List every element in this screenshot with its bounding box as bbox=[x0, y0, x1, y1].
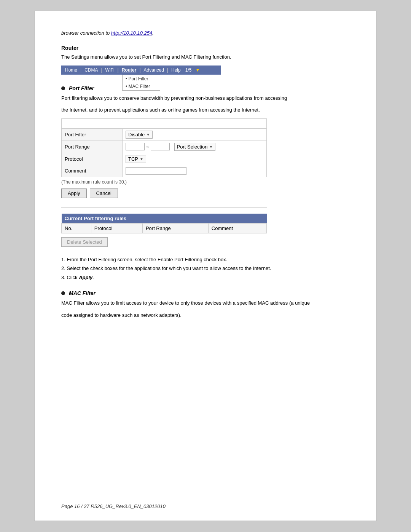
current-port-filtering-table: Current Port filtering rules No. Protoco… bbox=[61, 214, 267, 233]
page-footer: Page 16 / 27 R526_UG_Rev3.0_EN_03012010 bbox=[61, 503, 166, 509]
nav-dropdown-mac-filter[interactable]: • MAC Filter bbox=[123, 83, 160, 90]
chevron-down-icon: ▼ bbox=[209, 145, 213, 149]
nav-item-wifi[interactable]: WiFi bbox=[105, 67, 115, 73]
step-2: 2. Select the check boxes for the applic… bbox=[61, 265, 350, 272]
max-rule-note: (The maximum rule count is 30.) bbox=[61, 179, 350, 185]
step-1: 1. From the Port Filtering screen, selec… bbox=[61, 256, 350, 264]
port-filter-label: Port Filter bbox=[62, 128, 123, 141]
step-1-text: 1. From the Port Filtering screen, selec… bbox=[61, 257, 227, 262]
apply-button[interactable]: Apply bbox=[61, 189, 87, 198]
port-filter-desc-1: Port filtering allows you to conserve ba… bbox=[61, 94, 350, 102]
mac-filter-desc-2: code assigned to hardware such as networ… bbox=[61, 312, 350, 319]
port-selection-label: Port Selection bbox=[177, 144, 208, 150]
router-link[interactable]: http://10.10.10.254 bbox=[111, 30, 152, 36]
range-tilde: ~ bbox=[146, 144, 149, 150]
port-range-to[interactable] bbox=[151, 143, 170, 150]
cpf-columns: No. Protocol Port Range Comment bbox=[62, 223, 267, 233]
intro-after-link: . bbox=[152, 30, 154, 36]
bullet-dot-mac bbox=[61, 291, 65, 295]
port-selection-dropdown[interactable]: Port Selection ▼ bbox=[174, 143, 216, 151]
step-3-apply: Apply bbox=[79, 275, 92, 280]
comment-control bbox=[123, 165, 267, 177]
mac-filter-title: MAC Filter bbox=[69, 290, 96, 296]
divider bbox=[61, 207, 267, 208]
port-filter-value: Disable bbox=[128, 132, 145, 137]
intro-text: browser connection to http://10.10.10.25… bbox=[61, 30, 350, 36]
nav-icon-filter: ▼ bbox=[195, 67, 200, 73]
steps-section: 1. From the Port Filtering screen, selec… bbox=[61, 256, 350, 281]
router-title: Router bbox=[61, 45, 350, 51]
comment-label: Comment bbox=[62, 165, 123, 177]
col-protocol: Protocol bbox=[91, 223, 142, 233]
port-filter-title: Port Filter bbox=[69, 85, 94, 91]
table-row: Port Range ~ Port Selection ▼ bbox=[62, 141, 267, 153]
port-filter-dropdown[interactable]: Disable ▼ bbox=[126, 131, 153, 139]
port-range-label: Port Range bbox=[62, 141, 123, 153]
nav-dropdown-port-filter[interactable]: • Port Filter bbox=[123, 75, 160, 83]
port-filter-section: Port Filter Port filtering allows you to… bbox=[61, 85, 350, 247]
pf-button-row: Apply Cancel bbox=[61, 189, 350, 198]
protocol-control: TCP ▼ bbox=[123, 153, 267, 165]
nav-item-cdma[interactable]: CDMA bbox=[84, 67, 98, 73]
col-comment: Comment bbox=[208, 223, 266, 233]
step-2-text: 2. Select the check boxes for the applic… bbox=[61, 265, 271, 271]
nav-item-advanced[interactable]: Advanced bbox=[144, 67, 164, 73]
delete-button-row: Delete Selected bbox=[61, 237, 350, 247]
table-row: Comment bbox=[62, 165, 267, 177]
cancel-button[interactable]: Cancel bbox=[90, 189, 118, 198]
port-filter-desc-2: the Internet, and to prevent application… bbox=[61, 106, 350, 114]
port-range-from[interactable] bbox=[126, 143, 145, 150]
port-filter-control: Disable ▼ bbox=[123, 128, 267, 141]
router-desc: The Settings menu allows you to set Port… bbox=[61, 53, 350, 61]
bullet-dot bbox=[61, 86, 65, 90]
mac-filter-section: MAC Filter MAC Filter allows you to limi… bbox=[61, 290, 350, 319]
nav-dropdown: • Port Filter • MAC Filter bbox=[122, 75, 160, 91]
pf-table-header: Port Filtering bbox=[62, 118, 267, 128]
intro-before-link: browser connection to bbox=[61, 30, 111, 36]
protocol-dropdown[interactable]: TCP ▼ bbox=[126, 155, 146, 163]
footer-text: Page 16 / 27 R526_UG_Rev3.0_EN_03012010 bbox=[61, 503, 166, 509]
protocol-label: Protocol bbox=[62, 153, 123, 165]
col-no: No. bbox=[62, 223, 91, 233]
mac-filter-header: MAC Filter bbox=[61, 290, 350, 296]
table-row: Port Filter Disable ▼ bbox=[62, 128, 267, 141]
cpf-table-header: Current Port filtering rules bbox=[62, 214, 267, 224]
nav-page-count: 1/5 bbox=[185, 67, 192, 73]
nav-item-router[interactable]: Router bbox=[122, 67, 137, 73]
nav-bar: Home | CDMA | WiFi | Router | Advanced |… bbox=[61, 66, 221, 75]
delete-selected-button: Delete Selected bbox=[61, 237, 108, 247]
nav-wrapper: Home | CDMA | WiFi | Router | Advanced |… bbox=[61, 66, 221, 75]
table-row: Protocol TCP ▼ bbox=[62, 153, 267, 165]
comment-input[interactable] bbox=[126, 167, 186, 175]
page: browser connection to http://10.10.10.25… bbox=[34, 11, 377, 521]
port-filter-header: Port Filter bbox=[61, 85, 350, 91]
mac-filter-desc-1: MAC Filter allows you to limit access to… bbox=[61, 299, 350, 307]
cpf-header: Current Port filtering rules bbox=[62, 214, 267, 224]
chevron-down-icon: ▼ bbox=[140, 157, 143, 161]
protocol-value: TCP bbox=[128, 156, 138, 162]
step-3: 3. Click Apply. bbox=[61, 274, 350, 281]
col-port-range: Port Range bbox=[142, 223, 208, 233]
nav-item-home[interactable]: Home bbox=[65, 67, 77, 73]
chevron-down-icon: ▼ bbox=[146, 133, 150, 137]
port-filtering-table: Port Filtering Port Filter Disable ▼ Por… bbox=[61, 118, 267, 177]
nav-item-help[interactable]: Help bbox=[171, 67, 181, 73]
port-range-control: ~ Port Selection ▼ bbox=[123, 141, 267, 153]
